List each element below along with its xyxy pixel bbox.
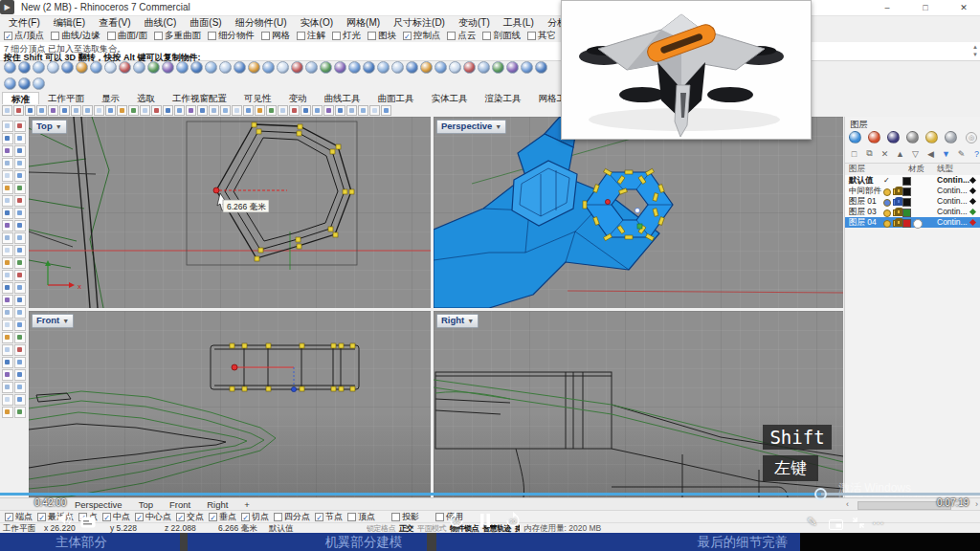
subd-tool-icon[interactable] — [219, 61, 232, 74]
sidebar-tool-icon[interactable] — [2, 282, 13, 294]
osnap-checkbox[interactable]: 投影 — [391, 511, 419, 523]
sidebar-tool-icon[interactable] — [2, 145, 13, 157]
toolbar-tab[interactable]: 工作视窗配置 — [164, 92, 235, 104]
selection-filter-checkbox[interactable]: 注解 — [297, 30, 325, 42]
layer-row[interactable]: 中间部件Contin... — [845, 186, 980, 196]
selection-filter-checkbox[interactable]: 网格 — [261, 30, 290, 42]
sidebar-tool-icon[interactable] — [2, 332, 13, 343]
selection-filter-checkbox[interactable]: 剖面线 — [482, 30, 521, 42]
subd-tool-icon[interactable] — [33, 77, 45, 90]
standard-tool-icon[interactable] — [13, 105, 24, 116]
standard-tool-icon[interactable] — [301, 105, 311, 116]
subd-tool-icon[interactable] — [449, 61, 461, 74]
close-button[interactable]: ✕ — [951, 1, 976, 14]
subd-tool-icon[interactable] — [334, 61, 346, 74]
move-down-icon[interactable]: ▽ — [910, 149, 921, 159]
sidebar-tool-icon[interactable] — [14, 245, 26, 256]
layer-lock-icon[interactable] — [893, 209, 901, 216]
minimize-button[interactable]: – — [875, 1, 900, 14]
viewport-tab-top[interactable]: Top — [139, 499, 153, 510]
selected-ring-point[interactable] — [605, 199, 610, 204]
standard-tool-icon[interactable] — [255, 105, 265, 116]
sidebar-tool-icon[interactable] — [14, 270, 26, 281]
green-gumball-handle[interactable] — [637, 224, 642, 229]
sidebar-tool-icon[interactable] — [2, 195, 13, 207]
move-up-icon[interactable]: ▲ — [895, 149, 905, 159]
subd-tool-icon[interactable] — [420, 61, 433, 74]
volume-icon[interactable] — [57, 512, 73, 529]
layer-linetype[interactable]: Contin... — [937, 186, 968, 196]
subd-tool-icon[interactable] — [205, 61, 217, 74]
menu-item[interactable]: 网格(M) — [340, 15, 387, 29]
rewind-10-icon[interactable]: 10 — [448, 512, 465, 533]
subd-tool-icon[interactable] — [147, 61, 160, 74]
sidebar-tool-icon[interactable] — [2, 170, 13, 182]
osnap-checkbox[interactable]: ✓交点 — [176, 511, 204, 523]
subtitle-icon[interactable] — [80, 515, 96, 532]
osnap-checkbox[interactable]: ✓中点 — [102, 511, 130, 523]
sidebar-tool-icon[interactable] — [14, 158, 26, 169]
standard-tool-icon[interactable] — [117, 105, 127, 116]
sidebar-tool-icon[interactable] — [2, 320, 13, 331]
command-scroll-spinner[interactable]: ▲▼ — [972, 43, 978, 58]
sidebar-tool-icon[interactable] — [14, 307, 26, 319]
standard-tool-icon[interactable] — [197, 105, 208, 116]
sidebar-tool-icon[interactable] — [2, 344, 13, 356]
standard-tool-icon[interactable] — [335, 105, 345, 116]
menu-item[interactable]: 查看(V) — [92, 15, 137, 29]
sidebar-tool-icon[interactable] — [2, 245, 13, 256]
standard-tool-icon[interactable] — [312, 105, 323, 116]
layer-color-swatch[interactable] — [902, 219, 911, 228]
subd-tool-icon[interactable] — [391, 61, 404, 74]
selection-filter-checkbox[interactable]: 曲线/边缘 — [51, 30, 100, 42]
sidebar-tool-icon[interactable] — [14, 369, 26, 381]
standard-tool-icon[interactable] — [174, 105, 185, 116]
standard-tool-icon[interactable] — [232, 105, 242, 116]
new-sublayer-icon[interactable]: ⧉ — [864, 148, 875, 159]
standard-tool-icon[interactable] — [209, 105, 219, 116]
toolbar-tab[interactable]: 曲面工具 — [369, 92, 423, 104]
selection-filter-checkbox[interactable]: 图块 — [368, 30, 396, 42]
osnap-checkbox[interactable]: ✓垂点 — [209, 511, 236, 523]
subd-tool-icon[interactable] — [277, 61, 289, 74]
standard-tool-icon[interactable] — [163, 105, 173, 116]
standard-tool-icon[interactable] — [381, 105, 391, 116]
drone-model-shaded[interactable] — [434, 117, 659, 308]
menu-item[interactable]: 曲面(S) — [183, 15, 228, 29]
layer-visibility-icon[interactable] — [883, 209, 891, 217]
sidebar-tool-icon[interactable] — [14, 121, 26, 132]
edit-icon[interactable]: ✎ — [956, 149, 967, 159]
subd-tool-icon[interactable] — [291, 61, 303, 74]
seekbar-handle[interactable] — [814, 488, 827, 500]
subd-tool-icon[interactable] — [61, 61, 74, 74]
viewport-label-front[interactable]: Front▼ — [32, 314, 74, 328]
web-icon[interactable] — [945, 131, 957, 143]
subd-tool-icon[interactable] — [463, 61, 476, 74]
toolbar-tab[interactable]: 标准 — [2, 92, 39, 104]
viewport-tab-front[interactable]: Front — [169, 499, 190, 510]
subd-tool-icon[interactable] — [33, 61, 45, 74]
subd-tool-icon[interactable] — [377, 61, 390, 74]
layer-color-swatch[interactable] — [902, 187, 911, 196]
selection-filter-checkbox[interactable]: 曲面/面 — [107, 30, 147, 42]
more-options-icon[interactable]: … — [872, 513, 885, 527]
subd-tool-icon[interactable] — [76, 61, 88, 74]
subd-tool-icon[interactable] — [248, 61, 260, 74]
sidebar-tool-icon[interactable] — [2, 357, 13, 368]
menu-item[interactable]: 曲线(C) — [137, 15, 183, 29]
player-badge-icon[interactable]: ▶ — [0, 0, 14, 14]
osnap-checkbox[interactable]: ✓中心点 — [135, 511, 171, 523]
menu-item[interactable]: 细分物件(U) — [229, 15, 294, 29]
menu-item[interactable]: 编辑(E) — [47, 15, 92, 29]
standard-tool-icon[interactable] — [358, 105, 368, 116]
osnap-checkbox[interactable]: ✓切点 — [241, 511, 269, 523]
panel-menu-icon[interactable]: ◎ — [966, 132, 977, 143]
sidebar-tool-icon[interactable] — [14, 170, 26, 182]
layer-lock-icon[interactable] — [893, 199, 901, 206]
menu-item[interactable]: 实体(O) — [294, 15, 340, 29]
subd-tool-icon[interactable] — [104, 61, 117, 74]
selection-filter-checkbox[interactable]: ✓控制点 — [403, 30, 441, 42]
selection-filter-checkbox[interactable]: 灯光 — [332, 30, 361, 42]
sidebar-tool-icon[interactable] — [2, 183, 13, 194]
subd-tool-icon[interactable] — [434, 61, 447, 74]
